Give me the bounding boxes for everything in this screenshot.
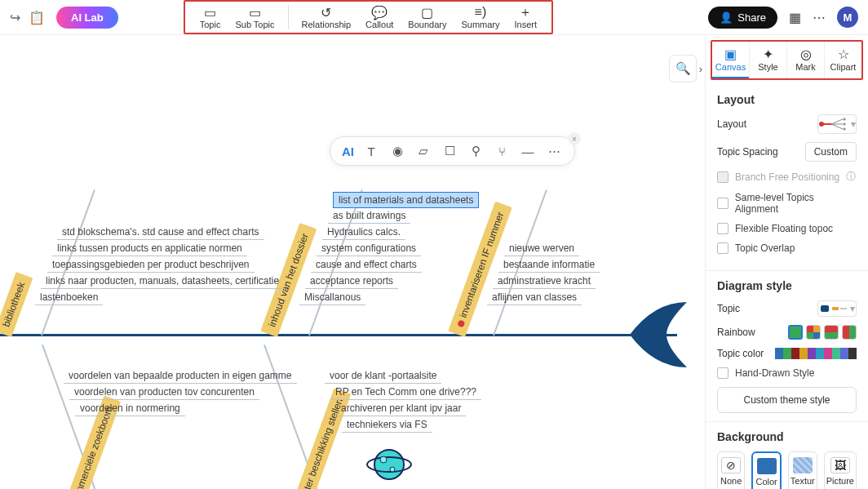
leaf[interactable]: std blokschema's. std cause and effect c… [57,224,264,240]
spacing-picker[interactable]: Custom [805,142,857,162]
flexible-checkbox[interactable] [717,223,728,234]
minus-icon[interactable]: — [519,142,537,160]
flexible-label: Flexible Floating topoc [735,223,833,234]
collapse-right-panel[interactable]: › [693,55,705,82]
canvas[interactable]: 🔍 › AI T ◉ ▱ ☐ ⚲ ⑂ — ⋯ × [0,35,705,489]
leaf[interactable]: bestaande informatie [498,257,600,273]
leaf[interactable]: links tussen products en applicatie norm… [52,241,247,256]
leaf[interactable]: acceptance reports [305,273,398,289]
bg-none[interactable]: ⊘None [717,451,745,489]
leaf[interactable]: cause and effect charts [311,257,422,273]
tool-summary-label: Summary [461,20,499,29]
leaf[interactable]: techniekers via FS [342,417,432,433]
fishbone-spine [0,334,677,336]
close-icon[interactable]: × [568,132,581,145]
tab-canvas[interactable]: ▣Canvas [712,42,749,78]
leaf[interactable]: voordelen van producten tov concurenten [69,385,259,400]
leaf[interactable]: Miscallanous [299,290,365,305]
tool-boundary-label: Boundary [408,20,446,29]
flexible-row[interactable]: Flexible Floating topoc [717,223,857,234]
leaf[interactable]: archiveren per klant ipv jaar [336,401,466,416]
same-level-checkbox[interactable] [717,198,728,209]
leaf[interactable]: aflijnen van classes [487,290,582,305]
help-icon[interactable]: ⓘ [846,170,856,184]
tool-summary[interactable]: ≡)Summary [454,3,506,31]
hand-drawn-row[interactable]: Hand-Drawn Style [717,367,857,379]
leaf-selected[interactable]: list of materials and datasheets [333,192,479,208]
rainbow-opt[interactable] [788,325,803,340]
leaf[interactable]: system configurations [317,241,421,256]
leaf[interactable]: Hydraulics calcs. [322,224,405,240]
planet-clipart[interactable] [365,443,413,486]
topic-icon: ▭ [204,5,216,20]
relationship-icon: ↺ [321,5,331,20]
tool-topic-label: Topic [200,20,221,29]
ai-button[interactable]: AI [342,144,354,158]
more-options-icon[interactable]: ⋯ [545,142,563,160]
leaf[interactable]: as built drawings [328,208,410,224]
leaf[interactable]: nieuwe werven [504,241,579,256]
shape-icon[interactable]: ☐ [441,142,458,160]
subtopic-icon: ▭ [249,5,261,20]
leaf[interactable]: voordelen van bepaalde producten in eige… [64,368,297,384]
svg-point-5 [844,118,846,121]
spacing-row: Topic Spacing Custom [717,142,857,162]
bg-texture[interactable]: Textur [788,451,817,489]
clipboard-icon[interactable]: 📋 [29,10,45,25]
rainbow-opt[interactable] [842,325,857,340]
tool-boundary[interactable]: ▢Boundary [401,3,453,31]
more-icon[interactable]: ⋯ [813,10,826,25]
branch-icon[interactable]: ⑂ [493,142,511,160]
layout-picker[interactable]: ▾ [817,114,857,134]
tool-subtopic[interactable]: ▭Sub Topic [228,3,281,31]
rainbow-opt[interactable] [806,325,821,340]
leaf[interactable]: voordelen in normering [75,401,185,416]
branch-label[interactable]: bibliotheek [0,272,33,337]
apps-grid-icon[interactable]: ▦ [789,10,801,25]
chevron-right-icon: › [699,63,702,75]
tab-clipart[interactable]: ☆Clipart [824,42,861,78]
canvas-icon: ▣ [724,47,737,62]
hand-drawn-checkbox[interactable] [717,367,728,379]
rainbow-opt[interactable] [824,325,839,340]
tool-relationship[interactable]: ↺Relationship [295,3,358,31]
same-level-row[interactable]: Same-level Topics Alignment [717,192,857,215]
link-icon[interactable]: ⚲ [467,142,485,160]
leaf[interactable]: links naar producten, manuals, datasheet… [41,273,284,289]
topic-color-strip[interactable] [775,348,857,359]
avatar[interactable]: M [837,7,858,28]
leaf[interactable]: RP en Tech Comm one drive??? [330,385,481,400]
overlap-checkbox[interactable] [717,242,728,254]
picture-icon: 🖼 [835,459,846,472]
custom-theme-button[interactable]: Custom theme style [717,387,857,413]
share-button[interactable]: 👤Share [708,7,777,29]
leaf[interactable]: adminstratieve kracht [493,273,596,289]
search-button[interactable]: 🔍 [669,55,697,82]
bg-none-label: None [720,476,742,486]
leaf[interactable]: toepassingsgebieden per product beschrij… [47,257,255,273]
svg-rect-8 [821,305,829,312]
leaf[interactable]: voor de klant -portaalsite [325,368,441,384]
person-icon: 👤 [720,11,733,24]
bg-color-label: Color [755,477,777,487]
text-tool-icon[interactable]: T [362,142,380,160]
ai-lab-button[interactable]: AI Lab [56,7,118,29]
tool-topic[interactable]: ▭Topic [193,3,228,31]
tab-style[interactable]: ✦Style [749,42,786,78]
bg-picture[interactable]: 🖼Picture [824,451,857,489]
topic-style-picker[interactable]: ▾ [817,300,857,317]
bg-texture-label: Textur [790,476,815,486]
overlap-row[interactable]: Topic Overlap [717,242,857,254]
right-panel-tabs: ▣Canvas ✦Style ◎Mark ☆Clipart [711,40,863,80]
topic-style-row: Topic ▾ [717,300,857,317]
bg-color[interactable]: Color [751,451,781,489]
tool-callout[interactable]: 💬Callout [359,3,400,31]
tab-mark[interactable]: ◎Mark [786,42,824,78]
tool-insert[interactable]: ＋Insert [507,3,543,31]
tab-canvas-label: Canvas [715,62,746,72]
insert-icon: ＋ [519,5,532,20]
crop-icon[interactable]: ▱ [414,142,432,160]
redo-icon[interactable]: ↪ [10,10,20,25]
fill-icon[interactable]: ◉ [388,142,406,160]
leaf[interactable]: lastenboeken [35,290,103,305]
